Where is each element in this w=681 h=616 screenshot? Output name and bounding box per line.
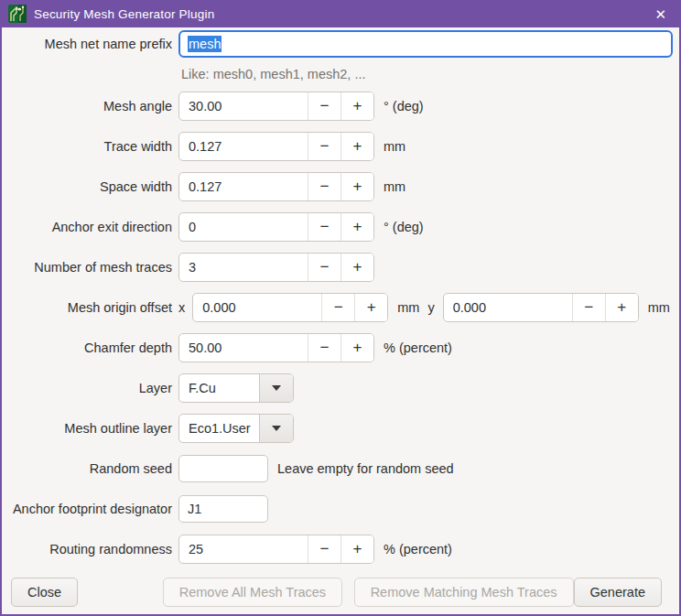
mesh-angle-input[interactable]: 30.00: [179, 92, 308, 120]
random-seed-input[interactable]: [178, 455, 268, 482]
origin-x-decrement-button[interactable]: −: [321, 294, 354, 321]
space-width-increment-button[interactable]: +: [340, 173, 373, 200]
anchor-footprint-designator-value: J1: [188, 502, 201, 516]
remove-matching-mesh-traces-button[interactable]: Remove Matching Mesh Traces: [354, 578, 574, 607]
mesh-angle-row: Mesh angle 30.00 − + ° (deg): [2, 92, 673, 121]
mesh-net-name-prefix-row: Mesh net name prefix mesh: [2, 30, 673, 58]
close-icon[interactable]: ✕: [651, 5, 670, 23]
origin-x-input[interactable]: 0.000: [193, 294, 321, 321]
anchor-footprint-designator-row: Anchor footprint designator J1: [2, 494, 673, 524]
routing-randomness-spinner: 25 − +: [178, 535, 374, 564]
chamfer-depth-label: Chamfer depth: [2, 340, 172, 355]
origin-y-spinner: 0.000 − +: [443, 293, 639, 322]
anchor-exit-direction-row: Anchor exit direction 0 − + ° (deg): [2, 212, 673, 242]
space-width-unit: mm: [384, 179, 405, 194]
mesh-outline-layer-label: Mesh outline layer: [2, 421, 172, 436]
chamfer-depth-increment-button[interactable]: +: [340, 334, 373, 362]
trace-width-label: Trace width: [2, 139, 172, 154]
plugin-dialog-window: Security Mesh Generator Plugin ✕ Mesh ne…: [0, 0, 681, 616]
prefix-hint-row: Like: mesh0, mesh1, mesh2, ...: [2, 65, 673, 83]
anchor-footprint-designator-input[interactable]: J1: [178, 495, 268, 523]
chevron-down-icon: [272, 426, 281, 431]
chamfer-depth-row: Chamfer depth 50.00 − + % (percent): [2, 333, 673, 362]
mesh-outline-layer-row: Mesh outline layer Eco1.User: [2, 414, 673, 443]
chevron-down-icon: [272, 385, 281, 391]
origin-y-decrement-button[interactable]: −: [572, 294, 605, 321]
remove-all-mesh-traces-button[interactable]: Remove All Mesh Traces: [163, 578, 342, 607]
space-width-row: Space width 0.127 − + mm: [2, 172, 673, 201]
trace-width-unit: mm: [384, 139, 405, 154]
trace-width-spinner: 0.127 − +: [178, 132, 374, 161]
origin-y-unit: mm: [648, 300, 670, 315]
space-width-label: Space width: [2, 179, 172, 194]
generate-button[interactable]: Generate: [574, 578, 662, 607]
mesh-origin-offset-row: Mesh origin offset x 0.000 − + mm y 0.00…: [2, 293, 673, 322]
number-of-mesh-traces-increment-button[interactable]: +: [340, 254, 373, 281]
number-of-mesh-traces-row: Number of mesh traces 3 − +: [2, 253, 673, 282]
window-title: Security Mesh Generator Plugin: [34, 7, 214, 21]
anchor-exit-direction-increment-button[interactable]: +: [340, 213, 373, 241]
anchor-exit-direction-input[interactable]: 0: [179, 213, 308, 241]
trace-width-increment-button[interactable]: +: [340, 133, 373, 160]
chamfer-depth-unit: % (percent): [384, 340, 452, 355]
routing-randomness-decrement-button[interactable]: −: [308, 535, 340, 563]
close-button[interactable]: Close: [11, 578, 78, 607]
chamfer-depth-spinner: 50.00 − +: [178, 333, 374, 362]
routing-randomness-input[interactable]: 25: [179, 535, 308, 563]
layer-dropdown-arrow: [259, 374, 293, 402]
anchor-exit-direction-unit: ° (deg): [384, 220, 424, 234]
trace-width-input[interactable]: 0.127: [179, 133, 308, 160]
mesh-origin-offset-label: Mesh origin offset: [2, 300, 172, 315]
origin-y-label: y: [427, 300, 434, 315]
anchor-exit-direction-decrement-button[interactable]: −: [308, 213, 340, 241]
routing-randomness-unit: % (percent): [384, 542, 452, 557]
mesh-angle-unit: ° (deg): [384, 99, 424, 113]
chamfer-depth-decrement-button[interactable]: −: [308, 334, 340, 362]
space-width-decrement-button[interactable]: −: [308, 173, 340, 200]
selected-input-text: mesh: [188, 36, 222, 52]
origin-x-increment-button[interactable]: +: [354, 294, 387, 321]
layer-label: Layer: [2, 381, 172, 395]
space-width-spinner: 0.127 − +: [178, 172, 374, 201]
number-of-mesh-traces-input[interactable]: 3: [179, 254, 308, 281]
mesh-angle-label: Mesh angle: [2, 99, 172, 113]
origin-y-increment-button[interactable]: +: [605, 294, 638, 321]
routing-randomness-row: Routing randomness 25 − + % (percent): [2, 535, 673, 564]
mesh-angle-spinner: 30.00 − +: [178, 92, 374, 121]
space-width-input[interactable]: 0.127: [179, 173, 308, 200]
anchor-exit-direction-spinner: 0 − +: [178, 212, 374, 242]
random-seed-label: Random seed: [2, 461, 172, 476]
number-of-mesh-traces-spinner: 3 − +: [178, 253, 374, 282]
layer-dropdown[interactable]: F.Cu: [178, 373, 294, 403]
origin-x-spinner: 0.000 − +: [192, 293, 388, 322]
dialog-footer: Close Remove All Mesh Traces Remove Matc…: [11, 578, 662, 607]
trace-width-row: Trace width 0.127 − + mm: [2, 132, 673, 161]
origin-y-input[interactable]: 0.000: [444, 294, 572, 321]
chamfer-depth-input[interactable]: 50.00: [179, 334, 308, 362]
mesh-outline-layer-dropdown-arrow: [259, 415, 293, 442]
mesh-angle-decrement-button[interactable]: −: [308, 92, 340, 120]
mesh-outline-layer-dropdown-value: Eco1.User: [179, 415, 259, 442]
app-icon: [8, 5, 27, 23]
titlebar[interactable]: Security Mesh Generator Plugin ✕: [2, 0, 679, 27]
mesh-net-name-prefix-label: Mesh net name prefix: [2, 37, 172, 51]
routing-randomness-increment-button[interactable]: +: [340, 535, 373, 563]
mesh-net-name-prefix-input[interactable]: mesh: [178, 30, 673, 58]
routing-randomness-label: Routing randomness: [2, 542, 172, 557]
mesh-angle-increment-button[interactable]: +: [340, 92, 373, 120]
layer-row: Layer F.Cu: [2, 373, 673, 403]
origin-x-unit: mm: [397, 300, 419, 315]
random-seed-note: Leave empty for random seed: [277, 461, 454, 476]
mesh-outline-layer-dropdown[interactable]: Eco1.User: [178, 414, 294, 443]
random-seed-row: Random seed Leave empty for random seed: [2, 454, 673, 483]
prefix-hint-text: Like: mesh0, mesh1, mesh2, ...: [2, 67, 365, 81]
trace-width-decrement-button[interactable]: −: [308, 133, 340, 160]
anchor-exit-direction-label: Anchor exit direction: [2, 220, 172, 234]
layer-dropdown-value: F.Cu: [179, 374, 259, 402]
origin-x-label: x: [178, 300, 185, 315]
anchor-footprint-designator-label: Anchor footprint designator: [2, 502, 172, 516]
number-of-mesh-traces-decrement-button[interactable]: −: [308, 254, 340, 281]
number-of-mesh-traces-label: Number of mesh traces: [2, 260, 172, 275]
dialog-content: Mesh net name prefix mesh Like: mesh0, m…: [2, 27, 679, 614]
